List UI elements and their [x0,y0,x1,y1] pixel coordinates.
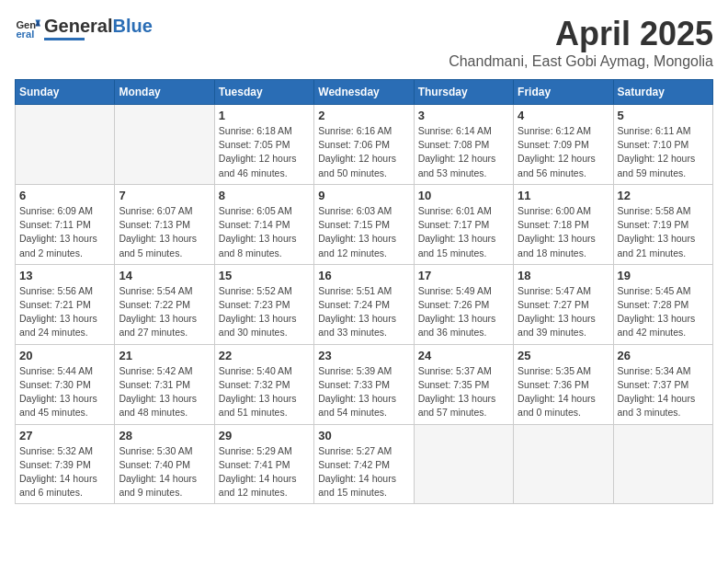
day-number: 6 [19,189,110,202]
calendar-cell [514,424,613,504]
calendar-cell: 24Sunrise: 5:37 AM Sunset: 7:35 PM Dayli… [414,344,513,424]
day-detail: Sunrise: 5:27 AM Sunset: 7:42 PM Dayligh… [318,444,409,500]
calendar-cell: 30Sunrise: 5:27 AM Sunset: 7:42 PM Dayli… [314,424,414,504]
day-number: 10 [418,189,509,202]
title-block: April 2025 Chandmani, East Gobi Aymag, M… [449,15,713,70]
day-number: 24 [418,349,509,362]
calendar-cell: 16Sunrise: 5:51 AM Sunset: 7:24 PM Dayli… [314,264,414,344]
day-detail: Sunrise: 6:01 AM Sunset: 7:17 PM Dayligh… [418,204,509,260]
day-number: 25 [518,349,609,362]
day-detail: Sunrise: 6:00 AM Sunset: 7:18 PM Dayligh… [518,204,609,260]
day-detail: Sunrise: 6:14 AM Sunset: 7:08 PM Dayligh… [418,124,509,180]
calendar-header-row: SundayMondayTuesdayWednesdayThursdayFrid… [16,80,713,105]
logo-general: General [44,16,112,37]
calendar-cell: 27Sunrise: 5:32 AM Sunset: 7:39 PM Dayli… [16,424,115,504]
day-number: 28 [119,429,210,442]
logo: Gen eral General Blue [15,15,153,40]
weekday-header: Friday [514,80,613,105]
day-number: 13 [19,269,110,282]
logo-text-block: General Blue [44,16,153,40]
calendar-cell: 4Sunrise: 6:12 AM Sunset: 7:09 PM Daylig… [514,105,613,185]
day-detail: Sunrise: 6:18 AM Sunset: 7:05 PM Dayligh… [219,124,310,180]
page-subtitle: Chandmani, East Gobi Aymag, Mongolia [449,53,713,70]
calendar-cell: 26Sunrise: 5:34 AM Sunset: 7:37 PM Dayli… [613,344,712,424]
day-number: 27 [19,429,110,442]
calendar-cell: 13Sunrise: 5:56 AM Sunset: 7:21 PM Dayli… [16,264,115,344]
day-number: 18 [518,269,609,282]
day-detail: Sunrise: 5:32 AM Sunset: 7:39 PM Dayligh… [19,444,110,500]
day-number: 1 [219,109,310,122]
calendar-cell: 8Sunrise: 6:05 AM Sunset: 7:14 PM Daylig… [214,184,313,264]
page-header: Gen eral General Blue April 2025 Chandma… [15,15,713,70]
day-number: 7 [119,189,210,202]
day-detail: Sunrise: 5:58 AM Sunset: 7:19 PM Dayligh… [618,204,709,260]
calendar-cell [16,105,115,185]
day-detail: Sunrise: 5:37 AM Sunset: 7:35 PM Dayligh… [418,364,509,420]
day-detail: Sunrise: 6:09 AM Sunset: 7:11 PM Dayligh… [19,204,110,260]
day-number: 5 [618,109,709,122]
logo-blue: Blue [112,16,152,37]
day-number: 16 [318,269,409,282]
day-detail: Sunrise: 5:52 AM Sunset: 7:23 PM Dayligh… [219,284,310,340]
calendar-cell: 22Sunrise: 5:40 AM Sunset: 7:32 PM Dayli… [214,344,313,424]
day-detail: Sunrise: 5:39 AM Sunset: 7:33 PM Dayligh… [318,364,409,420]
calendar-cell: 2Sunrise: 6:16 AM Sunset: 7:06 PM Daylig… [314,105,414,185]
day-detail: Sunrise: 5:35 AM Sunset: 7:36 PM Dayligh… [518,364,609,420]
day-detail: Sunrise: 5:30 AM Sunset: 7:40 PM Dayligh… [119,444,210,500]
day-number: 9 [318,189,409,202]
day-detail: Sunrise: 6:05 AM Sunset: 7:14 PM Dayligh… [219,204,310,260]
weekday-header: Tuesday [214,80,313,105]
day-detail: Sunrise: 5:49 AM Sunset: 7:26 PM Dayligh… [418,284,509,340]
day-number: 22 [219,349,310,362]
day-detail: Sunrise: 5:45 AM Sunset: 7:28 PM Dayligh… [618,284,709,340]
calendar-cell: 17Sunrise: 5:49 AM Sunset: 7:26 PM Dayli… [414,264,513,344]
calendar-cell [613,424,712,504]
day-number: 30 [318,429,409,442]
day-number: 15 [219,269,310,282]
calendar-cell: 12Sunrise: 5:58 AM Sunset: 7:19 PM Dayli… [613,184,712,264]
day-number: 11 [518,189,609,202]
calendar-cell [414,424,513,504]
calendar-cell: 9Sunrise: 6:03 AM Sunset: 7:15 PM Daylig… [314,184,414,264]
calendar-cell: 21Sunrise: 5:42 AM Sunset: 7:31 PM Dayli… [115,344,214,424]
day-number: 12 [618,189,709,202]
calendar-cell: 6Sunrise: 6:09 AM Sunset: 7:11 PM Daylig… [16,184,115,264]
day-detail: Sunrise: 5:40 AM Sunset: 7:32 PM Dayligh… [219,364,310,420]
calendar-cell: 25Sunrise: 5:35 AM Sunset: 7:36 PM Dayli… [514,344,613,424]
day-number: 3 [418,109,509,122]
day-detail: Sunrise: 6:11 AM Sunset: 7:10 PM Dayligh… [618,124,709,180]
day-detail: Sunrise: 5:34 AM Sunset: 7:37 PM Dayligh… [618,364,709,420]
day-number: 29 [219,429,310,442]
calendar-week-row: 6Sunrise: 6:09 AM Sunset: 7:11 PM Daylig… [16,184,713,264]
weekday-header: Saturday [613,80,712,105]
svg-text:eral: eral [16,29,34,40]
calendar-cell: 11Sunrise: 6:00 AM Sunset: 7:18 PM Dayli… [514,184,613,264]
weekday-header: Monday [115,80,214,105]
calendar-week-row: 20Sunrise: 5:44 AM Sunset: 7:30 PM Dayli… [16,344,713,424]
day-detail: Sunrise: 5:51 AM Sunset: 7:24 PM Dayligh… [318,284,409,340]
calendar-cell: 10Sunrise: 6:01 AM Sunset: 7:17 PM Dayli… [414,184,513,264]
logo-icon: Gen eral [15,15,40,40]
weekday-header: Wednesday [314,80,414,105]
day-number: 19 [618,269,709,282]
calendar-table: SundayMondayTuesdayWednesdayThursdayFrid… [15,79,713,504]
day-number: 4 [518,109,609,122]
day-number: 20 [19,349,110,362]
calendar-cell: 19Sunrise: 5:45 AM Sunset: 7:28 PM Dayli… [613,264,712,344]
weekday-header: Sunday [16,80,115,105]
day-number: 26 [618,349,709,362]
day-number: 14 [119,269,210,282]
day-detail: Sunrise: 6:03 AM Sunset: 7:15 PM Dayligh… [318,204,409,260]
calendar-cell: 14Sunrise: 5:54 AM Sunset: 7:22 PM Dayli… [115,264,214,344]
calendar-cell: 18Sunrise: 5:47 AM Sunset: 7:27 PM Dayli… [514,264,613,344]
day-number: 8 [219,189,310,202]
day-number: 21 [119,349,210,362]
day-detail: Sunrise: 5:56 AM Sunset: 7:21 PM Dayligh… [19,284,110,340]
day-detail: Sunrise: 6:07 AM Sunset: 7:13 PM Dayligh… [119,204,210,260]
calendar-week-row: 1Sunrise: 6:18 AM Sunset: 7:05 PM Daylig… [16,105,713,185]
calendar-cell: 28Sunrise: 5:30 AM Sunset: 7:40 PM Dayli… [115,424,214,504]
calendar-cell: 5Sunrise: 6:11 AM Sunset: 7:10 PM Daylig… [613,105,712,185]
calendar-cell: 7Sunrise: 6:07 AM Sunset: 7:13 PM Daylig… [115,184,214,264]
day-number: 17 [418,269,509,282]
calendar-week-row: 27Sunrise: 5:32 AM Sunset: 7:39 PM Dayli… [16,424,713,504]
